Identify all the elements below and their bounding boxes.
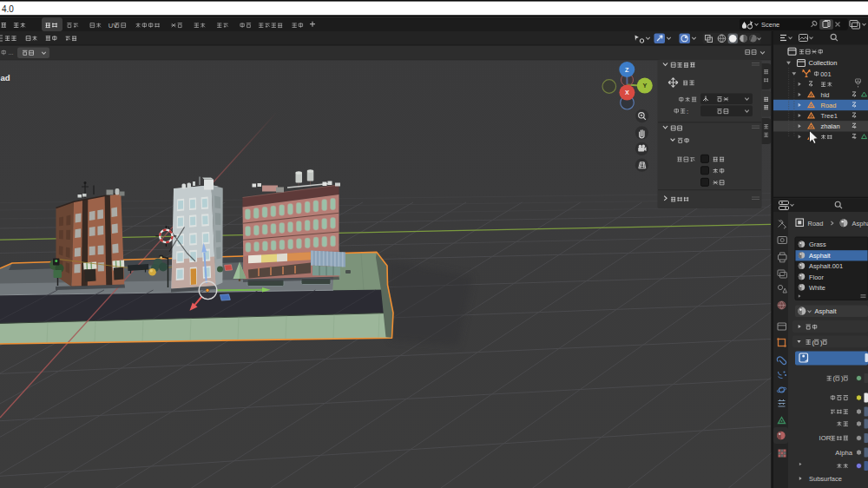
svg-text:Asphalt.001: Asphalt.001 <box>809 262 843 270</box>
svg-text:hld: hld <box>821 91 830 99</box>
svg-text:UV: UV <box>108 22 118 30</box>
svg-text:...: ... <box>9 49 14 56</box>
svg-text:Road: Road <box>821 102 837 109</box>
svg-text:Alpha: Alpha <box>835 449 852 457</box>
svg-text:White: White <box>809 284 825 292</box>
svg-text:): ) <box>820 339 823 346</box>
svg-text:Collection: Collection <box>809 59 838 67</box>
svg-text:Y: Y <box>642 82 647 89</box>
svg-text:Road: Road <box>808 220 824 228</box>
svg-text:Asphalt: Asphalt <box>809 252 831 260</box>
svg-text:Floor: Floor <box>809 274 824 281</box>
svg-text:Subsurface: Subsurface <box>809 475 842 483</box>
svg-text:001: 001 <box>820 70 832 78</box>
svg-text:(: ( <box>833 374 836 382</box>
svg-text:Tree1: Tree1 <box>821 112 838 120</box>
svg-text::: : <box>687 108 688 115</box>
svg-text:Z: Z <box>625 66 629 74</box>
svg-text:Scene: Scene <box>761 21 779 29</box>
svg-text:zhalan: zhalan <box>821 122 840 130</box>
svg-text:Aspha: Aspha <box>852 220 868 228</box>
svg-text:Grass: Grass <box>809 241 826 248</box>
svg-text:Asphalt: Asphalt <box>815 307 838 315</box>
svg-text:(: ( <box>812 339 814 346</box>
svg-text:ad: ad <box>1 73 10 82</box>
svg-text:IOR: IOR <box>819 434 832 442</box>
svg-text:4.0: 4.0 <box>2 4 14 14</box>
svg-text:X: X <box>625 89 629 96</box>
svg-text:): ) <box>841 374 844 382</box>
